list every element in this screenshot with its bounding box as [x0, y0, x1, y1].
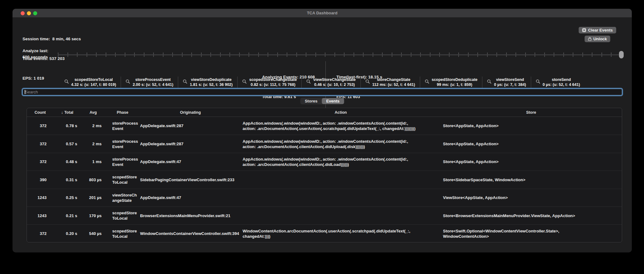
table-row[interactable]: 390 0.31 s 803 µs scopedStore ToLocal Si…: [27, 171, 622, 188]
table-row[interactable]: 372 0.20 s 540 µs scopedStore ToLocal Wi…: [27, 224, 622, 242]
app-window: TCA Dashboard Session time: 8 min, 46 se…: [13, 9, 632, 252]
zoom-button[interactable]: [33, 11, 37, 15]
metric-viewStoreChangeState[interactable]: viewStoreChangeState0.46 s: (u: 10, t: 2…: [301, 77, 360, 88]
col-action[interactable]: Action: [241, 108, 440, 117]
unlock-label: Unlock: [593, 37, 607, 41]
search-icon: [126, 79, 130, 85]
search-icon: [536, 79, 540, 85]
events-table: Count ↓ Total Avg Phase Originating Acti…: [27, 108, 622, 242]
metric-viewStoreSend[interactable]: viewStoreSend0 µs: (u: 7, t: 384): [482, 77, 531, 88]
col-store[interactable]: Store: [440, 108, 622, 117]
table-row[interactable]: 1243 0.25 s 201 µs viewStoreCh angeState…: [27, 189, 622, 207]
metric-scopedStoreToLocal[interactable]: scopedStoreToLocal4.32 s: (u: 147, t: 80…: [60, 77, 121, 88]
metric-scopedStoreChangeState[interactable]: scopedStoreChangeState0.82 s: (u: 112, t…: [237, 77, 301, 88]
search-icon: [183, 79, 187, 85]
col-originating[interactable]: Originating: [140, 108, 241, 117]
metric-scopedStoreDeduplicate[interactable]: scopedStoreDeduplicate99 ms: (u: 1, t: 8…: [420, 77, 482, 88]
metric-storeSend[interactable]: storeSend0 µs: (u: 52, t: 4 641): [531, 77, 585, 88]
metric-viewStoreDeduplicate[interactable]: viewStoreDeduplicate1.81 s: (u: 52, t: 3…: [178, 77, 237, 88]
sort-down-icon: ↓: [61, 110, 63, 115]
close-button[interactable]: [21, 11, 25, 15]
clear-events-label: Clear Events: [588, 28, 613, 32]
analyze-last-label: Analyze last: 600 seconds: [23, 48, 48, 60]
metric-storeChangeState[interactable]: storeChangeState112 ms: (u: 52, t: 4 641…: [360, 77, 420, 88]
search-input[interactable]: [23, 89, 622, 95]
analyze-window-slider[interactable]: [58, 52, 623, 57]
text-caret: [25, 90, 25, 94]
search-icon: [365, 79, 370, 85]
table-row[interactable]: 1243 0.21 s 170 µs scopedStore ToLocal B…: [27, 207, 622, 224]
table-row[interactable]: 372 0.57 s 2 ms storeProcess Event AppDe…: [27, 135, 622, 152]
slider-thumb[interactable]: [619, 51, 624, 58]
view-segmented-control: Stores Events: [300, 98, 344, 104]
window-title: TCA Dashboard: [307, 11, 338, 15]
top-buttons: Clear Events Unlock: [579, 27, 616, 42]
search-field[interactable]: [23, 89, 622, 95]
clear-events-button[interactable]: Clear Events: [579, 27, 616, 33]
tab-stores[interactable]: Stores: [300, 98, 322, 104]
search-icon: [425, 79, 429, 85]
clear-icon: [582, 28, 586, 32]
phase-metrics-row: scopedStoreToLocal4.32 s: (u: 147, t: 80…: [13, 77, 632, 88]
col-phase[interactable]: Phase: [105, 108, 140, 117]
session-time: Session time: 8 min, 46 secs: [23, 36, 81, 42]
table-row[interactable]: 372 0.48 s 1 ms storeProcess Event AppDe…: [27, 153, 622, 171]
search-icon: [64, 79, 69, 85]
unlock-button[interactable]: Unlock: [585, 36, 610, 42]
search-icon: [487, 79, 491, 85]
search-icon: [242, 79, 247, 85]
col-count[interactable]: Count: [27, 108, 53, 117]
traffic-lights: [21, 11, 37, 15]
minimize-button[interactable]: [27, 11, 31, 15]
col-avg[interactable]: Avg: [81, 108, 105, 117]
tab-events[interactable]: Events: [322, 98, 344, 104]
table-header: Count ↓ Total Avg Phase Originating Acti…: [27, 108, 622, 117]
title-bar: TCA Dashboard: [13, 9, 632, 17]
table-row[interactable]: 372 0.78 s 2 ms storeProcess Event AppDe…: [27, 117, 622, 135]
metric-storeProcessEvent[interactable]: storeProcessEvent2.00 s: (u: 52, t: 4 64…: [121, 77, 178, 88]
col-total[interactable]: ↓ Total: [53, 108, 81, 117]
lock-icon: [588, 37, 591, 41]
search-icon: [306, 79, 311, 85]
